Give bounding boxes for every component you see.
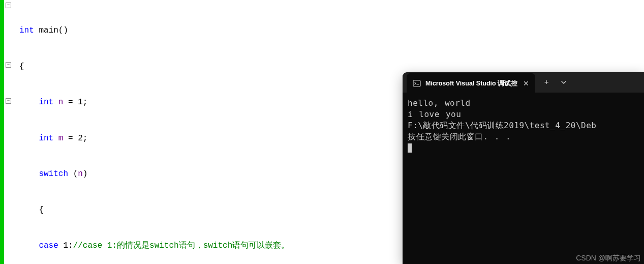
terminal-icon xyxy=(413,79,421,87)
terminal-tab[interactable]: Microsoft Visual Studio 调试控 ✕ xyxy=(407,73,535,94)
keyword: switch xyxy=(39,169,68,179)
close-icon[interactable]: ✕ xyxy=(522,79,530,87)
text: : xyxy=(68,241,73,250)
watermark: CSDN @啊苏要学习 xyxy=(576,254,641,263)
terminal-cursor xyxy=(408,143,412,153)
output-line: i love you xyxy=(408,109,643,120)
brace: { xyxy=(19,62,24,71)
titlebar-actions: + xyxy=(538,75,572,90)
terminal-window: Microsoft Visual Studio 调试控 ✕ + hello, w… xyxy=(403,72,644,264)
fold-toggle[interactable] xyxy=(6,3,11,8)
identifier: n xyxy=(58,98,64,107)
fold-toggle[interactable] xyxy=(6,62,11,68)
keyword: int xyxy=(39,98,53,107)
comment: //case 1:的情况是switch语句，switch语句可以嵌套。 xyxy=(73,241,290,250)
new-tab-button[interactable]: + xyxy=(538,75,555,90)
number: 1 xyxy=(78,98,83,107)
dropdown-button[interactable] xyxy=(556,75,572,90)
change-marker xyxy=(0,0,4,264)
number: 2 xyxy=(78,134,83,143)
text: = xyxy=(68,134,78,143)
svg-rect-0 xyxy=(413,80,420,86)
tab-title: Microsoft Visual Studio 调试控 xyxy=(425,79,517,88)
text: = xyxy=(68,98,78,107)
fold-gutter xyxy=(4,0,15,264)
keyword: int xyxy=(19,26,34,35)
identifier: n xyxy=(78,169,83,179)
text: ; xyxy=(83,134,88,143)
number: 1 xyxy=(63,241,68,250)
text: () xyxy=(58,26,68,35)
keyword: int xyxy=(39,134,53,143)
code-editor[interactable]: int main() { int n = 1; int m = 2; switc… xyxy=(0,0,396,264)
terminal-output[interactable]: hello, world i love you F:\敲代码文件\代码训练201… xyxy=(403,93,644,159)
output-line: hello, world xyxy=(408,98,643,109)
code-area[interactable]: int main() { int n = 1; int m = 2; switc… xyxy=(15,0,396,264)
terminal-titlebar[interactable]: Microsoft Visual Studio 调试控 ✕ + xyxy=(403,72,644,93)
keyword: case xyxy=(39,241,58,250)
text: ( xyxy=(73,169,78,179)
cursor-line xyxy=(408,142,643,154)
output-line: F:\敲代码文件\代码训练2019\test_4_20\Deb xyxy=(408,120,643,131)
fold-toggle[interactable] xyxy=(6,98,11,104)
brace: { xyxy=(39,206,44,215)
identifier: m xyxy=(58,134,64,143)
text: ; xyxy=(83,98,88,107)
identifier: main xyxy=(39,26,58,35)
output-line: 按任意键关闭此窗口. . . xyxy=(408,131,643,142)
